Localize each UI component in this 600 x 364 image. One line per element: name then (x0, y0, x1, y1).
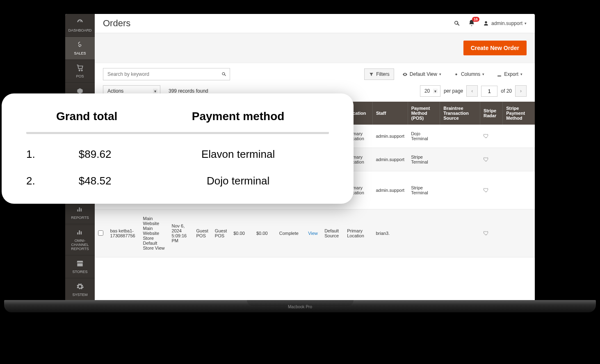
next-page-button[interactable]: › (515, 85, 527, 97)
gauge-icon (76, 18, 84, 26)
cell-bill: Guest POS (193, 209, 212, 257)
col-payment-method[interactable]: Payment Method (POS) (408, 102, 440, 125)
nav-dashboard[interactable]: DASHBOARD (65, 14, 95, 37)
nav-label: STORES (73, 270, 88, 274)
create-new-order-button[interactable]: Create New Order (463, 41, 527, 55)
nav-pos[interactable]: POS (65, 60, 95, 83)
shield-icon: 🛡 (483, 156, 489, 163)
action-bar: Create New Order (95, 33, 535, 63)
cell-grand: $0.00 (253, 209, 276, 257)
nav-label: SYSTEM (72, 293, 87, 297)
prev-page-button[interactable]: ‹ (466, 85, 478, 97)
nav-stores[interactable]: STORES (65, 255, 95, 278)
cell-pm: Stripe Terminal (408, 171, 440, 209)
columns-button[interactable]: Columns ▾ (449, 69, 488, 80)
cell-base: $0.00 (230, 209, 253, 257)
cell-bt (440, 171, 480, 209)
cell-bt (440, 209, 480, 257)
funnel-icon (369, 72, 374, 77)
overlay-index: 1. (26, 148, 43, 161)
page-title: Orders (103, 18, 447, 29)
col-staff[interactable]: Staff (372, 102, 408, 125)
user-name: admin.support (491, 20, 522, 26)
cell-date: Nov 6, 2024 5:09:16 PM (169, 209, 193, 257)
cell-staff: admin.support (372, 171, 408, 209)
cell-bt (440, 148, 480, 171)
nav-label: POS (76, 74, 84, 78)
shield-icon: 🛡 (483, 133, 489, 139)
cell-purchase-point: Main Website Main Website Store Default … (140, 209, 169, 257)
overlay-header-method: Payment method (147, 110, 329, 123)
cell-radar: 🛡 (480, 171, 502, 209)
cart-icon (76, 64, 84, 72)
default-view-label: Default View (410, 71, 437, 77)
cell-location: Primary Location (344, 209, 372, 257)
col-stripe-radar[interactable]: Stripe Radar (480, 102, 502, 125)
shield-icon: 🛡 (483, 230, 489, 237)
bars-icon (76, 228, 84, 237)
bars-icon (76, 205, 84, 214)
overlay-total: $89.62 (43, 148, 147, 161)
filters-label: Filters (376, 71, 390, 77)
search-icon[interactable] (221, 71, 227, 77)
default-view-button[interactable]: Default View ▾ (398, 69, 445, 80)
shield-icon: 🛡 (483, 187, 489, 193)
columns-label: Columns (461, 71, 480, 77)
search-input[interactable] (103, 68, 230, 80)
cell-staff: admin.support (372, 148, 408, 171)
cell-ship: Guest POS (212, 209, 230, 257)
nav-label: SALES (74, 51, 86, 55)
nav-reports[interactable]: REPORTS (65, 201, 95, 224)
notification-count: 16 (472, 17, 479, 22)
cell-pm: Stripe Terminal (408, 148, 440, 171)
summary-overlay: Grand total Payment method 1. $89.62 Ela… (2, 93, 354, 204)
search-icon[interactable] (453, 20, 461, 27)
overlay-header-total: Grand total (26, 110, 147, 123)
cell-source: Default Source (321, 209, 344, 257)
nav-system[interactable]: SYSTEM (65, 278, 95, 301)
cell-spm (503, 148, 535, 171)
cell-spm (503, 209, 535, 257)
overlay-method: Elavon terminal (147, 148, 329, 161)
filters-button[interactable]: Filters (364, 68, 394, 80)
user-menu[interactable]: admin.support ▾ (483, 20, 527, 27)
export-label: Export (504, 71, 518, 77)
cell-staff: brian3. (372, 209, 408, 257)
cell-radar: 🛡 (480, 209, 502, 257)
gear-icon (454, 72, 459, 77)
export-button[interactable]: Export ▾ (493, 69, 527, 80)
row-checkbox[interactable] (95, 209, 107, 257)
current-page-input[interactable] (481, 86, 497, 97)
records-found: 399 records found (169, 88, 208, 94)
cell-spm (503, 171, 535, 209)
topbar: Orders 16 admin.support ▾ (95, 14, 535, 33)
caret-down-icon: ▾ (525, 21, 527, 25)
cell-action[interactable]: View (305, 209, 321, 257)
page-size-select[interactable]: 20 (420, 85, 440, 97)
user-icon (483, 20, 489, 27)
eye-icon (402, 72, 408, 77)
cell-pm (408, 209, 440, 257)
cell-id: bas ketba1-1730887756 (107, 209, 140, 257)
cell-radar: 🛡 (480, 148, 502, 171)
export-icon (497, 72, 502, 77)
laptop-label: Macbook Pro (0, 305, 600, 309)
nav-label: REPORTS (71, 216, 89, 220)
nav-omni-reports[interactable]: OMNI-CHANNEL REPORTS (65, 224, 95, 255)
overlay-method: Dojo terminal (147, 175, 329, 187)
grid-toolbar: Filters Default View ▾ Columns ▾ Ex (95, 63, 535, 83)
table-row[interactable]: bas ketba1-1730887756 Main Website Main … (95, 209, 535, 257)
overlay-index: 2. (26, 175, 43, 187)
cell-radar: 🛡 (480, 125, 502, 148)
overlay-row: 2. $48.52 Dojo terminal (26, 175, 329, 187)
nav-sales[interactable]: SALES (65, 37, 95, 60)
cell-pm: Dojo Terminal (408, 125, 440, 148)
col-braintree[interactable]: Braintree Transaction Source (440, 102, 480, 125)
col-stripe-pm[interactable]: Stripe Payment Method (503, 102, 535, 125)
notifications-icon[interactable]: 16 (468, 19, 475, 28)
dollar-icon (76, 41, 84, 49)
store-icon (76, 259, 84, 268)
overlay-total: $48.52 (43, 175, 147, 187)
nav-label: OMNI-CHANNEL REPORTS (66, 239, 94, 251)
per-page-label: per page (444, 88, 463, 94)
